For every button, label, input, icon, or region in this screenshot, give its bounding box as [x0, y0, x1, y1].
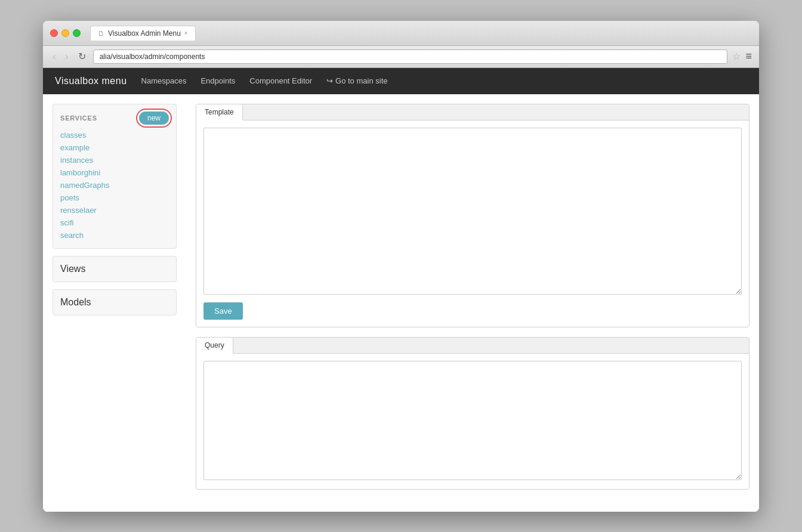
query-panel: Query: [196, 337, 749, 490]
back-button[interactable]: ‹: [50, 50, 58, 63]
template-tab[interactable]: Template: [196, 104, 243, 120]
views-title: Views: [60, 264, 85, 274]
sidebar-item-classes[interactable]: classes: [60, 129, 169, 141]
query-tab-content: [196, 354, 749, 489]
tab-close-icon[interactable]: ×: [184, 30, 188, 36]
tab-page-icon: 🗋: [98, 30, 104, 37]
sidebar-item-instances[interactable]: instances: [60, 154, 169, 166]
nav-endpoints[interactable]: Endpoints: [200, 74, 235, 88]
close-button[interactable]: [50, 29, 58, 37]
browser-titlebar: 🗋 Visualbox Admin Menu ×: [43, 21, 759, 46]
sidebar-item-search[interactable]: search: [60, 230, 169, 241]
address-bar[interactable]: [93, 50, 728, 64]
views-section: Views: [53, 256, 177, 282]
query-editor[interactable]: [203, 361, 742, 480]
sidebar-item-example[interactable]: example: [60, 142, 169, 153]
browser-tab[interactable]: 🗋 Visualbox Admin Menu ×: [90, 26, 196, 41]
browser-window: 🗋 Visualbox Admin Menu × ‹ › ↻ ☆ ≡ Visua…: [43, 21, 759, 512]
forward-button[interactable]: ›: [63, 50, 70, 63]
app-header: Visualbox menu Namespaces Endpoints Comp…: [43, 68, 759, 94]
sidebar-item-rensselaer[interactable]: rensselaer: [60, 205, 169, 216]
app-body: SERVICES new classes example instances l…: [43, 94, 759, 512]
services-header: SERVICES new: [60, 112, 169, 125]
nav-namespaces[interactable]: Namespaces: [141, 74, 187, 88]
bookmark-star-icon[interactable]: ☆: [732, 51, 741, 62]
query-tab[interactable]: Query: [196, 338, 233, 354]
services-section: SERVICES new classes example instances l…: [53, 104, 177, 249]
new-service-button[interactable]: new: [139, 112, 169, 125]
browser-nav: ‹ › ↻ ☆ ≡: [43, 46, 759, 68]
sidebar-item-lamborghini[interactable]: lamborghini: [60, 167, 169, 178]
main-panel: Template Save Query: [186, 94, 759, 512]
nav-main-site-label: Go to main site: [335, 76, 387, 85]
template-tab-content: Save: [196, 120, 749, 327]
nav-main-site[interactable]: ↪ Go to main site: [326, 74, 387, 88]
sidebar-item-scifi[interactable]: scifi: [60, 217, 169, 228]
query-tab-header: Query: [196, 338, 749, 354]
models-section: Models: [53, 289, 177, 316]
template-editor[interactable]: [203, 128, 742, 295]
template-panel: Template Save: [196, 104, 749, 327]
go-to-main-icon: ↪: [326, 76, 333, 85]
services-links: classes example instances lamborghini na…: [60, 129, 169, 241]
tab-title: Visualbox Admin Menu: [108, 29, 181, 38]
models-title: Models: [60, 297, 91, 307]
template-tab-header: Template: [196, 104, 749, 120]
sidebar-item-namedgraphs[interactable]: namedGraphs: [60, 180, 169, 191]
sidebar: SERVICES new classes example instances l…: [43, 94, 186, 512]
app-logo: Visualbox menu: [55, 76, 127, 86]
nav-component-editor[interactable]: Component Editor: [249, 74, 312, 88]
traffic-lights: [50, 29, 81, 37]
minimize-button[interactable]: [61, 29, 69, 37]
save-button[interactable]: Save: [203, 302, 243, 320]
maximize-button[interactable]: [73, 29, 81, 37]
services-title: SERVICES: [60, 115, 97, 122]
refresh-button[interactable]: ↻: [76, 50, 88, 63]
sidebar-item-poets[interactable]: poets: [60, 192, 169, 203]
browser-menu-icon[interactable]: ≡: [745, 50, 752, 63]
